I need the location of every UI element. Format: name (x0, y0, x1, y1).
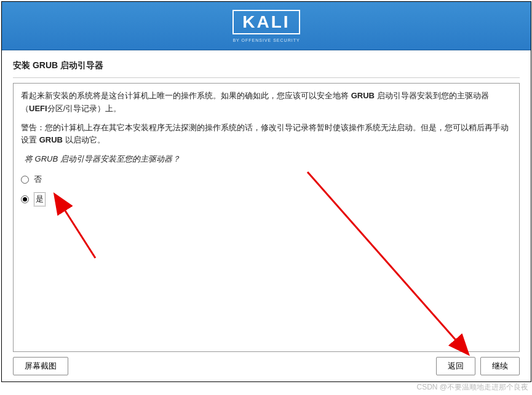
back-button[interactable]: 返回 (436, 357, 475, 375)
right-button-group: 返回 继续 (436, 357, 520, 375)
warning-line: 警告：您的计算机上存在其它本安装程序无法探测的操作系统的话，修改引导记录将暂时使… (21, 122, 512, 147)
content-box: 看起来新安装的系统将是这台计算机上唯一的操作系统。如果的确如此，您应该可以安全地… (13, 83, 520, 352)
uefi-bold: UEFI (29, 104, 47, 113)
radio-option-no[interactable]: 否 (21, 173, 512, 186)
kali-logo: KALI BY OFFENSIVE SECURITY (232, 10, 300, 42)
grub-bold: GRUB (39, 135, 63, 144)
installer-window: KALI BY OFFENSIVE SECURITY 安装 GRUB 启动引导器… (1, 1, 531, 382)
watermark: CSDN @不要温顺地走进那个良夜 (416, 382, 528, 393)
desc-text: 分区/引导记录）上。 (47, 104, 122, 113)
page-title: 安装 GRUB 启动引导器 (13, 60, 520, 71)
description-line1: 看起来新安装的系统将是这台计算机上唯一的操作系统。如果的确如此，您应该可以安全地… (21, 90, 512, 115)
question-text: 将 GRUB 启动引导器安装至您的主驱动器？ (25, 153, 512, 166)
radio-label-no: 否 (34, 173, 42, 186)
logo-subtitle: BY OFFENSIVE SECURITY (232, 38, 300, 42)
screenshot-button[interactable]: 屏幕截图 (13, 357, 68, 375)
header-banner: KALI BY OFFENSIVE SECURITY (2, 2, 531, 50)
radio-circle-icon (21, 195, 29, 203)
grub-bold: GRUB (351, 91, 375, 100)
title-area: 安装 GRUB 启动引导器 (2, 50, 531, 83)
desc-text: 看起来新安装的系统将是这台计算机上唯一的操作系统。如果的确如此，您应该可以安全地… (21, 91, 351, 100)
continue-button[interactable]: 继续 (480, 357, 520, 375)
content-area: 看起来新安装的系统将是这台计算机上唯一的操作系统。如果的确如此，您应该可以安全地… (2, 83, 531, 352)
radio-dot-icon (23, 197, 27, 201)
radio-label-yes: 是 (34, 192, 46, 206)
logo-text: KALI (240, 14, 292, 31)
button-bar: 屏幕截图 返回 继续 (2, 352, 531, 381)
warning-text: 以启动它。 (63, 135, 105, 144)
radio-circle-icon (21, 176, 29, 184)
title-divider (13, 77, 520, 78)
radio-option-yes[interactable]: 是 (21, 192, 512, 206)
